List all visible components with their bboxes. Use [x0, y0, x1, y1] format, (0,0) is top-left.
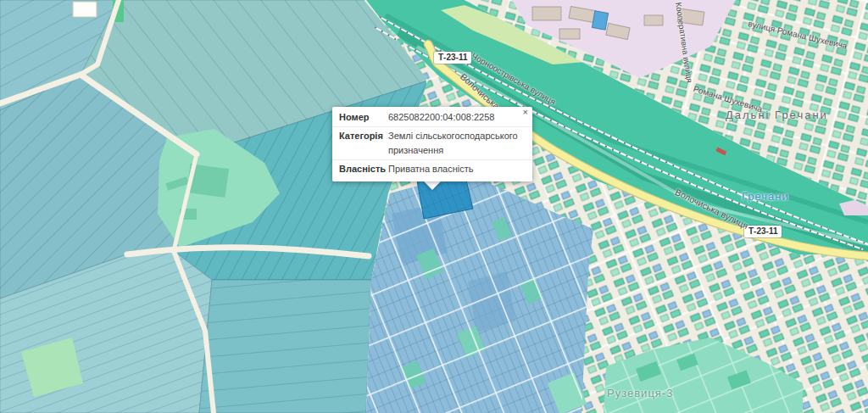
road-ref-shield: Т-23-11 — [434, 52, 471, 64]
road-ref-shield: Т-23-11 — [744, 226, 782, 237]
blue-building — [592, 11, 608, 30]
popup-field-label: Номер — [339, 110, 388, 125]
popup-field-value: Приватна власність — [388, 162, 526, 176]
popup-field-value: 6825082200:04:008:2258 — [388, 110, 526, 125]
popup-close-button[interactable]: × — [523, 107, 528, 118]
popup-row-ownership: Власність Приватна власність — [332, 159, 532, 178]
map-viewport[interactable]: Дальні Гречани Гречани Рузевиця-3 Т-23-1… — [0, 0, 868, 413]
popup-field-label: Власність — [339, 162, 388, 176]
popup-field-label: Категорія — [339, 129, 388, 158]
popup-row-category: Категорія Землі сільськогосподарського п… — [332, 126, 532, 159]
popup-field-value: Землі сільськогосподарського призначення — [388, 129, 526, 158]
popup-row-number: Номер 6825082200:04:008:2258 — [332, 109, 532, 126]
parcel-info-popup: × Номер 6825082200:04:008:2258 Категорія… — [332, 107, 532, 181]
